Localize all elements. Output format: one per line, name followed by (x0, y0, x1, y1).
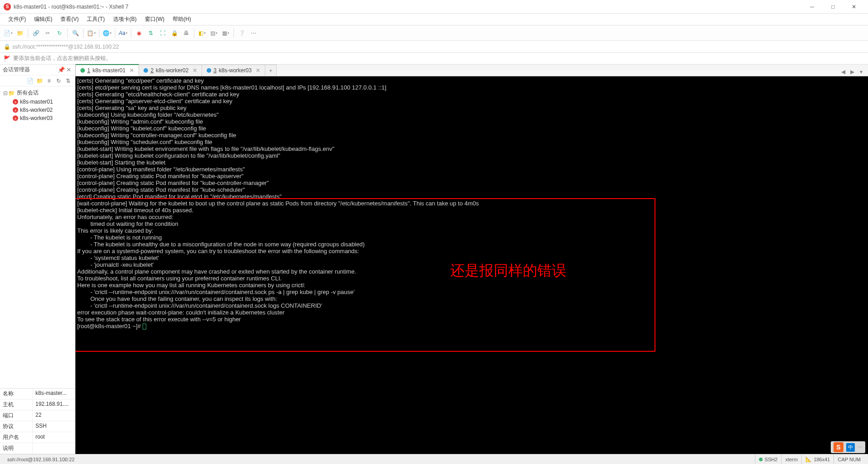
terminal-line: This error is likely caused by: (77, 227, 866, 234)
prop-val: k8s-master... (33, 389, 75, 399)
menu-tab[interactable]: 选项卡(B) (109, 14, 140, 25)
lock-button[interactable]: 🔒 (169, 28, 180, 39)
prop-key: 名称 (0, 389, 33, 399)
terminal-line: [kubelet-start] Writing kubelet environm… (77, 145, 866, 152)
highlight-button[interactable]: ◧▾ (197, 28, 208, 39)
status-connection: ssh://root@192.168.91.100:22 (4, 454, 755, 464)
globe-button[interactable]: 🌐▾ (102, 28, 113, 39)
menu-help[interactable]: 帮助(H) (169, 14, 195, 25)
terminal-line: Once you have found the failing containe… (77, 295, 866, 302)
help-button[interactable]: ❔ (236, 28, 247, 39)
lock-icon: 🔒 (4, 44, 10, 50)
tab-num: 1 (87, 67, 90, 74)
ime-mode[interactable]: 中 (846, 443, 855, 452)
terminal-line: [kubeconfig] Writing "admin.conf" kubeco… (77, 118, 866, 125)
sidebar-header: 会话管理器 📌 ✕ (0, 65, 75, 75)
session-label: k8s-worker03 (20, 115, 53, 121)
maximize-button[interactable]: □ (823, 0, 843, 14)
session-item-master01[interactable]: s k8s-master01 (0, 98, 75, 106)
about-button[interactable]: ⋯ (248, 28, 259, 39)
prop-row: 主机192.168.91.... (0, 399, 75, 410)
new-session-button[interactable]: 📄▾ (3, 28, 14, 39)
terminal-line: - The kubelet is unhealthy due to a misc… (77, 241, 866, 248)
new-session-icon[interactable]: 📄 (26, 77, 34, 85)
cursor-icon (143, 324, 146, 329)
prop-row: 用户名root (0, 432, 75, 443)
menu-file[interactable]: 文件(F) (5, 14, 30, 25)
session-item-worker02[interactable]: s k8s-worker02 (0, 106, 75, 114)
toolbar: 📄▾ 📁 🔗 ✂ ↻ 🔍 📋▾ 🌐▾ Aa▾ ◉ ⇅ ⛶ 🔒 🖶 ◧▾ ▤▾ ▦… (0, 25, 868, 41)
terminal-line: Unfortunately, an error has occurred: (77, 214, 866, 220)
window-title: k8s-master01 - root@k8s-master01:~ - Xsh… (14, 4, 802, 10)
sidebar-pin-button[interactable]: 📌 (58, 66, 65, 74)
prop-key: 说明 (0, 443, 33, 454)
tile-h-button[interactable]: ▤▾ (208, 28, 219, 39)
prop-key: 用户名 (0, 432, 33, 443)
printer-button[interactable]: 🖶 (181, 28, 192, 39)
root-label: 所有会话 (17, 89, 39, 97)
disconnect-button[interactable]: ✂ (42, 28, 53, 39)
refresh-icon[interactable]: ↻ (55, 77, 63, 85)
tree-root[interactable]: ⊟ 📁 所有会话 (0, 88, 75, 98)
menu-window[interactable]: 窗口(W) (141, 14, 168, 25)
terminal-line: [certs] Generating "sa" key and public k… (77, 105, 866, 111)
full-screen-button[interactable]: ⛶ (157, 28, 168, 39)
status-dot-icon (80, 68, 85, 73)
menu-view[interactable]: 查看(V) (57, 14, 82, 25)
tray-icon[interactable]: ⋯ (858, 444, 863, 450)
search-button[interactable]: 🔍 (70, 28, 81, 39)
reconnect-button[interactable]: ↻ (54, 28, 65, 39)
list-view-icon[interactable]: ≡ (45, 77, 53, 85)
terminal-line: [control-plane] Using manifest folder "/… (77, 166, 866, 173)
terminal-line: [kubeconfig] Writing "kubelet.conf" kube… (77, 125, 866, 132)
font-button[interactable]: Aa▾ (118, 28, 129, 39)
terminal-line: [control-plane] Creating static Pod mani… (77, 186, 866, 193)
terminal-line: [kubeconfig] Using kubeconfig folder "/e… (77, 111, 866, 118)
sidebar-close-button[interactable]: ✕ (65, 66, 72, 74)
address-bar[interactable]: 🔒 ssh://root:***************@192.168.91.… (0, 41, 868, 53)
status-term: xterm (781, 454, 802, 464)
hint-bar: 🚩 要添加当前会话，点击左侧的箭头按钮。 (0, 53, 868, 65)
address-text: ssh://root:***************@192.168.91.10… (12, 44, 119, 50)
prop-row: 说明 (0, 443, 75, 454)
add-tab-button[interactable]: ＋ (265, 65, 277, 76)
tab-close-icon[interactable]: ✕ (256, 67, 260, 74)
terminal-line: - 'crictl --runtime-endpoint unix:///var… (77, 289, 866, 295)
tab-prev-button[interactable]: ◀ (839, 68, 847, 76)
prop-key: 主机 (0, 399, 33, 410)
tab-next-button[interactable]: ▶ (848, 68, 856, 76)
menu-tools[interactable]: 工具(T) (83, 14, 108, 25)
tab-label: k8s-master01 (93, 67, 126, 74)
tab-master01[interactable]: 1 k8s-master01 ✕ (75, 64, 139, 76)
xagent-button[interactable]: ◉ (134, 28, 144, 39)
copy-button[interactable]: 📋▾ (86, 28, 97, 39)
folder-icon: 📁 (8, 90, 15, 96)
terminal-prompt[interactable]: [root@k8s-master01 ~]# (77, 323, 866, 329)
terminal-line: [control-plane] Creating static Pod mani… (77, 180, 866, 186)
close-button[interactable]: ✕ (843, 0, 864, 14)
ime-icon[interactable]: S (833, 442, 843, 452)
collapse-icon[interactable]: ⊟ (3, 90, 8, 96)
prop-val: root (33, 432, 75, 443)
terminal[interactable]: [certs] Generating "etcd/peer" certifica… (75, 76, 868, 454)
connect-button[interactable]: 🔗 (30, 28, 41, 39)
tab-worker03[interactable]: 3 k8s-worker03 ✕ (202, 65, 265, 76)
terminal-line: [certs] Generating "etcd/healthcheck-cli… (77, 91, 866, 98)
app-icon: S (4, 3, 11, 10)
status-dot-icon (144, 68, 148, 73)
prop-row: 协议SSH (0, 421, 75, 432)
menu-edit[interactable]: 编辑(E) (30, 14, 56, 25)
tab-list-button[interactable]: ▾ (857, 68, 865, 76)
tile-v-button[interactable]: ▦▾ (220, 28, 231, 39)
minimize-button[interactable]: ─ (802, 0, 823, 14)
terminal-line: [kubelet-start] Starting the kubelet (77, 159, 866, 166)
tab-close-icon[interactable]: ✕ (129, 67, 134, 74)
xftp-button[interactable]: ⇅ (145, 28, 156, 39)
open-button[interactable]: 📁 (15, 28, 25, 39)
sort-icon[interactable]: ⇅ (64, 77, 72, 85)
session-item-worker03[interactable]: s k8s-worker03 (0, 114, 75, 122)
tab-worker02[interactable]: 2 k8s-worker02 ✕ (139, 65, 202, 76)
prop-row: 名称k8s-master... (0, 389, 75, 399)
new-folder-icon[interactable]: 📁 (35, 77, 44, 85)
tab-close-icon[interactable]: ✕ (193, 67, 197, 74)
